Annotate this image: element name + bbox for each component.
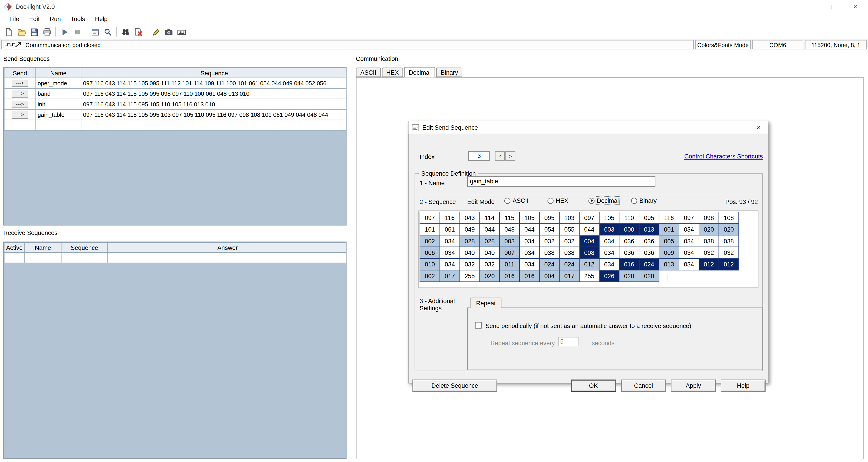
sequence-byte[interactable]: 095 (539, 212, 559, 224)
status-panel-2[interactable]: COM6 (752, 40, 803, 49)
sequence-byte[interactable]: 044 (580, 224, 599, 235)
ok-button[interactable]: OK (571, 380, 616, 392)
sequence-byte[interactable]: 034 (599, 247, 619, 258)
keyboard-button[interactable] (175, 26, 187, 38)
sequence-byte[interactable]: 054 (539, 224, 559, 235)
maximize-button[interactable]: □ (817, 0, 843, 13)
sequence-byte[interactable]: 034 (520, 247, 539, 258)
edit-mode-binary[interactable]: Binary (631, 197, 656, 204)
sequence-byte[interactable]: 040 (480, 247, 500, 258)
inspect-button[interactable] (101, 26, 114, 38)
sequence-byte[interactable]: 040 (460, 247, 480, 258)
cancel-button[interactable]: Cancel (621, 380, 666, 392)
tab-hex[interactable]: HEX (382, 68, 403, 77)
sequence-byte[interactable]: 032 (480, 259, 500, 270)
sequence-byte[interactable]: 032 (719, 247, 739, 258)
sequence-byte[interactable]: 024 (559, 259, 579, 270)
menu-help[interactable]: Help (90, 15, 113, 23)
tab-decimal[interactable]: Decimal (404, 67, 435, 78)
sequence-byte[interactable]: 097 (679, 212, 699, 224)
sequence-byte[interactable]: 020 (619, 270, 639, 282)
send-periodically-checkbox[interactable] (475, 322, 482, 328)
sequence-byte[interactable]: 016 (520, 270, 539, 282)
empty-cell[interactable] (25, 252, 61, 263)
sequence-grid[interactable]: 0971160431141151050951030971051100951160… (418, 210, 758, 288)
apply-button[interactable]: Apply (671, 380, 716, 392)
dialog-title-bar[interactable]: Edit Send Sequence × (408, 121, 768, 134)
start-communication-button[interactable] (58, 26, 71, 38)
sequence-byte[interactable]: 004 (580, 235, 599, 247)
dialog-close-button[interactable]: × (752, 122, 765, 133)
close-button[interactable]: × (842, 0, 868, 13)
sequence-byte[interactable]: 044 (480, 224, 500, 235)
sequence-byte[interactable]: 008 (580, 247, 599, 258)
empty-cell[interactable] (36, 120, 81, 131)
sequence-byte[interactable]: 115 (500, 212, 520, 224)
sequence-byte[interactable]: 061 (440, 224, 460, 235)
empty-cell[interactable] (81, 120, 347, 131)
sequence-byte[interactable]: 028 (460, 235, 480, 247)
sequence-byte[interactable]: 032 (559, 235, 579, 247)
sequence-byte[interactable]: 016 (500, 270, 520, 282)
edit-mode-hex[interactable]: HEX (548, 197, 568, 204)
tab-ascii[interactable]: ASCII (356, 68, 381, 77)
sequence-name-cell[interactable]: gain_table (36, 109, 81, 120)
sequence-byte[interactable]: 049 (460, 224, 480, 235)
empty-cell[interactable] (4, 120, 36, 131)
sequence-byte[interactable]: 028 (480, 235, 500, 247)
status-panel-3[interactable]: 115200, None, 8, 1 (805, 40, 867, 49)
sequence-byte[interactable]: 105 (599, 212, 619, 224)
menu-file[interactable]: File (4, 15, 24, 23)
sequence-byte[interactable]: 034 (679, 259, 699, 270)
sequence-byte[interactable]: 026 (599, 270, 619, 282)
sequence-data-cell[interactable]: 097 116 043 114 115 105 095 103 097 105 … (81, 109, 347, 120)
sequence-byte[interactable]: 255 (580, 270, 599, 282)
find-sequence-button[interactable] (119, 26, 132, 38)
sequence-byte[interactable]: 002 (420, 235, 440, 247)
sequence-byte[interactable]: 097 (420, 212, 440, 224)
sequence-byte[interactable]: 017 (559, 270, 579, 282)
sequence-byte[interactable]: 032 (699, 247, 719, 258)
sequence-byte[interactable]: 032 (539, 235, 559, 247)
sequence-byte[interactable]: 012 (580, 259, 599, 270)
sequence-byte[interactable]: 095 (639, 212, 659, 224)
menu-tools[interactable]: Tools (66, 15, 90, 23)
sequence-byte[interactable]: 034 (440, 247, 460, 258)
sequence-byte[interactable]: 116 (659, 212, 679, 224)
sequence-byte[interactable]: 255 (460, 270, 480, 282)
edit-notes-button[interactable] (150, 26, 162, 38)
sequence-byte[interactable]: 003 (500, 235, 520, 247)
sequence-byte[interactable]: 116 (440, 212, 460, 224)
index-next-button[interactable]: > (505, 151, 516, 161)
help-button[interactable]: Help (721, 380, 766, 392)
sequence-byte[interactable]: 020 (699, 224, 719, 235)
sequence-byte[interactable]: 108 (719, 212, 739, 224)
sequence-byte[interactable]: 036 (619, 235, 639, 247)
send-button[interactable]: ---> (11, 90, 28, 97)
sequence-byte[interactable]: 002 (420, 270, 440, 282)
sequence-byte[interactable]: 038 (559, 247, 579, 258)
sequence-byte[interactable]: 044 (520, 224, 539, 235)
sequence-byte[interactable]: 004 (539, 270, 559, 282)
sequence-name-cell[interactable]: band (36, 88, 81, 99)
sequence-byte[interactable]: 011 (500, 259, 520, 270)
sequence-byte[interactable]: 034 (599, 235, 619, 247)
sequence-byte[interactable]: 010 (420, 259, 440, 270)
sequence-byte[interactable]: 034 (440, 259, 460, 270)
sequence-byte[interactable]: 103 (559, 212, 579, 224)
sequence-byte[interactable]: 020 (639, 270, 659, 282)
tab-binary[interactable]: Binary (436, 68, 463, 77)
delete-sequence-button[interactable]: Delete Sequence (412, 380, 497, 392)
sequence-byte[interactable]: 020 (480, 270, 500, 282)
sequence-byte[interactable]: 017 (440, 270, 460, 282)
sequence-byte[interactable]: 012 (699, 259, 719, 270)
new-file-button[interactable] (2, 26, 15, 38)
print-button[interactable] (40, 26, 53, 38)
sequence-byte[interactable]: 024 (639, 259, 659, 270)
send-button[interactable]: ---> (11, 79, 28, 87)
sequence-byte[interactable]: 034 (520, 259, 539, 270)
repeat-seconds-input[interactable]: 5 (558, 337, 579, 346)
sequence-byte[interactable]: 036 (639, 247, 659, 258)
index-input[interactable]: 3 (468, 151, 490, 161)
sequence-name-cell[interactable]: init (36, 99, 81, 110)
